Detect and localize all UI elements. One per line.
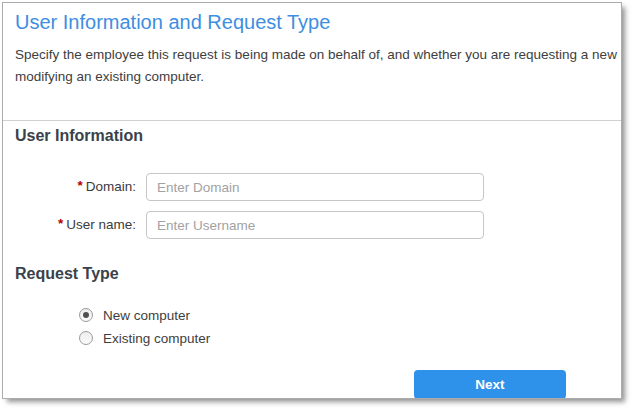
form-panel: User Information and Request Type Specif… [2, 2, 622, 399]
domain-label-text: Domain: [86, 179, 136, 194]
user-information-heading: User Information [15, 127, 143, 145]
section-divider [3, 120, 621, 121]
page-description: Specify the employee this request is bei… [15, 44, 622, 88]
new-computer-radio[interactable] [79, 308, 93, 322]
description-line-2: modifying an existing computer. [15, 66, 622, 88]
domain-input[interactable] [146, 173, 484, 201]
radio-option-new-computer[interactable]: New computer [79, 307, 190, 323]
required-asterisk: * [58, 216, 63, 231]
next-button[interactable]: Next [414, 370, 566, 399]
existing-computer-radio[interactable] [79, 331, 93, 345]
username-input[interactable] [146, 211, 484, 239]
radio-option-existing-computer[interactable]: Existing computer [79, 330, 210, 346]
description-line-1: Specify the employee this request is bei… [15, 44, 622, 66]
new-computer-radio-label[interactable]: New computer [103, 308, 190, 323]
username-label: *User name: [15, 211, 136, 239]
request-type-heading: Request Type [15, 265, 119, 283]
username-label-text: User name: [66, 217, 136, 232]
page-title: User Information and Request Type [15, 11, 330, 34]
existing-computer-radio-label[interactable]: Existing computer [103, 331, 210, 346]
domain-label: *Domain: [15, 173, 136, 201]
required-asterisk: * [77, 178, 82, 193]
